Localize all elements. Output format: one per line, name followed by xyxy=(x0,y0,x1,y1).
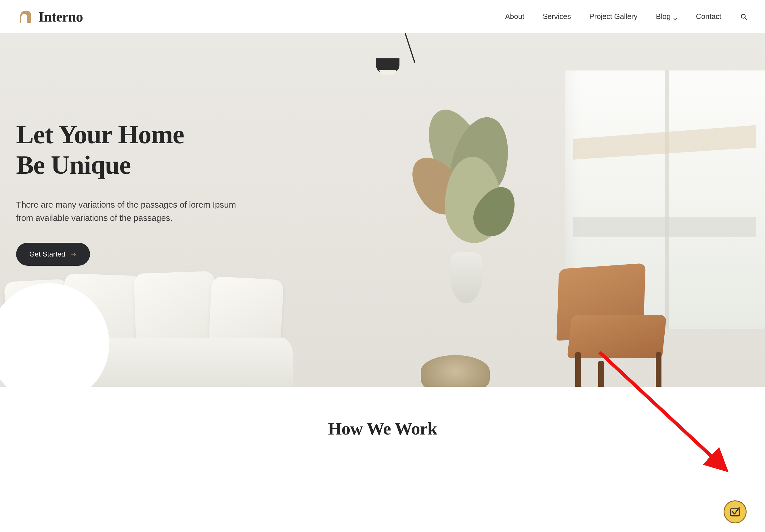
get-started-button[interactable]: Get Started xyxy=(16,243,90,266)
nav-blog-label: Blog xyxy=(656,12,671,21)
logo-arch-icon xyxy=(17,8,34,25)
nav-contact[interactable]: Contact xyxy=(696,12,721,21)
chevron-down-icon xyxy=(673,14,678,19)
cta-label: Get Started xyxy=(29,250,65,258)
chair-decoration xyxy=(558,266,679,387)
vertical-divider xyxy=(754,384,754,525)
search-icon[interactable] xyxy=(740,13,748,21)
primary-nav: About Services Project Gallery Blog Cont… xyxy=(505,12,748,21)
plant-decoration xyxy=(413,105,519,303)
hero-title: Let Your Home Be Unique xyxy=(16,119,265,180)
checkbox-vote-icon xyxy=(729,505,741,518)
nav-project-gallery[interactable]: Project Gallery xyxy=(589,12,638,21)
stool-decoration xyxy=(421,355,490,387)
nav-about[interactable]: About xyxy=(505,12,524,21)
nav-blog[interactable]: Blog xyxy=(656,12,678,21)
vertical-divider xyxy=(241,384,241,525)
hero-title-line2: Be Unique xyxy=(16,150,131,180)
feedback-badge-button[interactable] xyxy=(724,500,747,523)
nav-services[interactable]: Services xyxy=(543,12,571,21)
logo[interactable]: Interno xyxy=(17,8,83,25)
site-header: Interno About Services Project Gallery B… xyxy=(0,0,765,33)
hero-title-line1: Let Your Home xyxy=(16,120,184,149)
section-title: How We Work xyxy=(12,418,753,439)
arrow-right-icon xyxy=(70,251,77,258)
hero: Let Your Home Be Unique There are many v… xyxy=(0,33,765,387)
how-we-work-section: How We Work xyxy=(0,384,765,525)
hero-subtitle: There are many variations of the passage… xyxy=(16,198,246,225)
logo-text: Interno xyxy=(39,8,83,25)
vertical-divider xyxy=(471,384,471,525)
vertical-divider xyxy=(11,384,11,525)
lamp-decoration xyxy=(367,33,410,85)
hero-content: Let Your Home Be Unique There are many v… xyxy=(0,33,265,266)
svg-line-1 xyxy=(745,18,747,19)
